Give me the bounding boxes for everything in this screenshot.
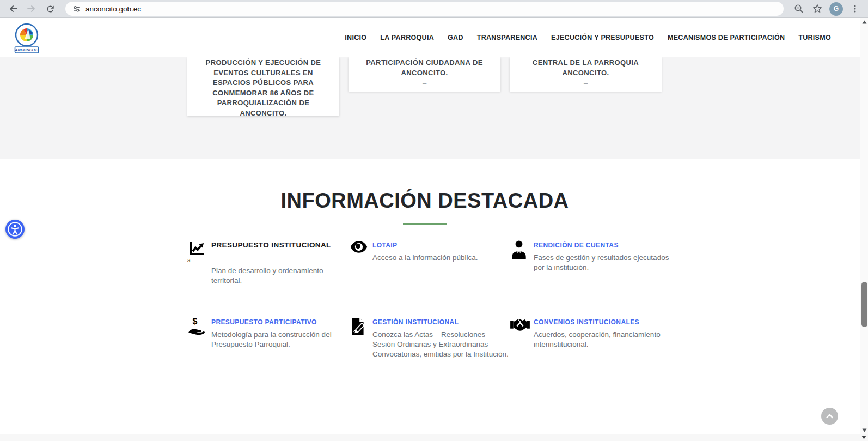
horizontal-scrollbar[interactable] bbox=[0, 434, 868, 441]
news-card-title: PRODUCCIÓN Y EJECUCIÓN DE EVENTOS CULTUR… bbox=[194, 58, 333, 116]
feature-title-link[interactable]: PRESUPUESTO INSTITUCIONAL bbox=[211, 241, 331, 249]
news-card[interactable]: PARTICIPACIÓN CIUDADANA DE ANCONCITO. – bbox=[349, 57, 500, 92]
browser-toolbar: anconcito.gob.ec G bbox=[0, 0, 868, 18]
back-arrow-icon bbox=[8, 4, 18, 14]
feature-title-link[interactable]: LOTAIP bbox=[372, 241, 398, 249]
news-cards-section: PRODUCCIÓN Y EJECUCIÓN DE EVENTOS CULTUR… bbox=[0, 57, 860, 159]
section-divider bbox=[403, 223, 447, 225]
zoom-out-icon bbox=[794, 4, 804, 14]
triangle-down-icon bbox=[861, 436, 866, 439]
triangle-down-icon bbox=[862, 428, 867, 432]
line-chart-icon[interactable]: a bbox=[187, 240, 211, 286]
feature-description: Fases de gestión y resultados ejecutados… bbox=[534, 253, 670, 273]
kebab-menu-icon bbox=[850, 4, 860, 14]
chevron-up-icon bbox=[821, 408, 838, 425]
nav-item-inicio[interactable]: INICIO bbox=[345, 34, 366, 41]
feature-presupuesto-institucional: a PRESUPUESTO INSTITUCIONAL Plan de desa… bbox=[187, 240, 349, 286]
document-pencil-icon[interactable] bbox=[349, 317, 372, 359]
nav-item-gad[interactable]: GAD bbox=[448, 34, 463, 41]
feature-description: Acceso a la información pública. bbox=[372, 253, 509, 263]
news-card[interactable]: CENTRAL DE LA PARROQUIA ANCONCITO. – bbox=[510, 57, 662, 92]
feature-rendicion-de-cuentas: RENDICIÓN DE CUENTAS Fases de gestión y … bbox=[510, 240, 671, 286]
triangle-up-icon bbox=[862, 20, 867, 24]
site-header: ANCONCITO INICIO LA PARROQUIA GAD TRANSP… bbox=[0, 18, 860, 57]
hand-dollar-icon[interactable]: $ bbox=[187, 317, 211, 359]
news-card[interactable]: PRODUCCIÓN Y EJECUCIÓN DE EVENTOS CULTUR… bbox=[187, 57, 339, 116]
scrollbar-down-button[interactable] bbox=[860, 426, 868, 434]
main-navigation: INICIO LA PARROQUIA GAD TRANSPARENCIA EJ… bbox=[345, 34, 831, 41]
scrollbar-up-button[interactable] bbox=[860, 18, 868, 26]
star-icon bbox=[812, 4, 822, 14]
anconcito-logo-icon: ANCONCITO bbox=[14, 21, 40, 54]
feature-presupuesto-participativo: $ PRESUPUESTO PARTICIPATIVO Metodología … bbox=[187, 317, 349, 359]
handshake-icon[interactable] bbox=[510, 317, 534, 359]
news-card-meta: – bbox=[355, 79, 494, 87]
site-logo[interactable]: ANCONCITO bbox=[14, 21, 40, 54]
icon-caption: a bbox=[187, 258, 211, 263]
news-card-title: PARTICIPACIÓN CIUDADANA DE ANCONCITO. bbox=[355, 58, 494, 78]
feature-description: Conozca las Actas – Resoluciones – Sesió… bbox=[372, 330, 509, 359]
feature-title-link[interactable]: PRESUPUESTO PARTICIPATIVO bbox=[211, 318, 317, 326]
feature-title-link[interactable]: RENDICIÓN DE CUENTAS bbox=[534, 241, 619, 249]
nav-item-transparencia[interactable]: TRANSPARENCIA bbox=[477, 34, 537, 41]
scrollbar-corner-button[interactable] bbox=[860, 434, 867, 441]
news-card-meta: – bbox=[516, 79, 655, 87]
zoom-button[interactable] bbox=[792, 2, 805, 15]
scroll-to-top-button[interactable] bbox=[821, 408, 838, 425]
site-settings-icon bbox=[72, 4, 81, 14]
nav-item-mecanismos-de-participacion[interactable]: MECANISMOS DE PARTICIPACIÓN bbox=[668, 34, 785, 41]
featured-section: INFORMACIÓN DESTACADA a PRESUPUESTO IN bbox=[0, 159, 849, 359]
back-button[interactable] bbox=[7, 2, 20, 15]
vertical-scrollbar[interactable] bbox=[860, 18, 868, 434]
feature-lotaip: LOTAIP Acceso a la información pública. bbox=[349, 240, 510, 286]
forward-arrow-icon bbox=[27, 4, 36, 14]
section-title: INFORMACIÓN DESTACADA bbox=[0, 188, 849, 214]
browser-menu-button[interactable] bbox=[848, 2, 861, 15]
news-card-title: CENTRAL DE LA PARROQUIA ANCONCITO. bbox=[516, 58, 655, 78]
url-text: anconcito.gob.ec bbox=[85, 5, 141, 13]
feature-description: Plan de desarrollo y ordenamiento territ… bbox=[211, 266, 347, 286]
scrollbar-thumb[interactable] bbox=[861, 282, 867, 327]
accessibility-icon bbox=[6, 220, 24, 238]
page-viewport: ANCONCITO INICIO LA PARROQUIA GAD TRANSP… bbox=[0, 18, 868, 441]
nav-item-ejecucion-y-presupuesto[interactable]: EJECUCIÓN Y PRESUPUESTO bbox=[551, 34, 654, 41]
logo-text: ANCONCITO bbox=[14, 47, 39, 52]
page-content: ANCONCITO INICIO LA PARROQUIA GAD TRANSP… bbox=[0, 18, 860, 434]
profile-avatar[interactable]: G bbox=[829, 2, 843, 16]
address-bar[interactable]: anconcito.gob.ec bbox=[65, 2, 784, 16]
feature-gestion-institucional: GESTIÓN INSTITUCIONAL Conozca las Actas … bbox=[349, 317, 510, 359]
reload-icon bbox=[46, 4, 55, 14]
forward-button[interactable] bbox=[25, 2, 38, 15]
accessibility-button[interactable] bbox=[5, 220, 25, 239]
svg-text:$: $ bbox=[193, 317, 198, 326]
feature-description: Acuerdos, cooperación, financiamiento in… bbox=[534, 330, 670, 349]
person-suit-icon[interactable] bbox=[510, 240, 534, 286]
feature-title-link[interactable]: CONVENIOS INSTITUCIONALES bbox=[534, 318, 639, 326]
feature-grid: a PRESUPUESTO INSTITUCIONAL Plan de desa… bbox=[187, 240, 677, 359]
eye-icon[interactable] bbox=[349, 240, 372, 286]
nav-item-turismo[interactable]: TURISMO bbox=[798, 34, 831, 41]
nav-item-la-parroquia[interactable]: LA PARROQUIA bbox=[380, 34, 434, 41]
bookmark-button[interactable] bbox=[811, 2, 824, 15]
feature-convenios-institucionales: CONVENIOS INSTITUCIONALES Acuerdos, coop… bbox=[510, 317, 671, 359]
feature-description: Metodología para la construcción del Pre… bbox=[211, 330, 347, 349]
reload-button[interactable] bbox=[44, 2, 57, 15]
feature-title-link[interactable]: GESTIÓN INSTITUCIONAL bbox=[372, 318, 459, 326]
